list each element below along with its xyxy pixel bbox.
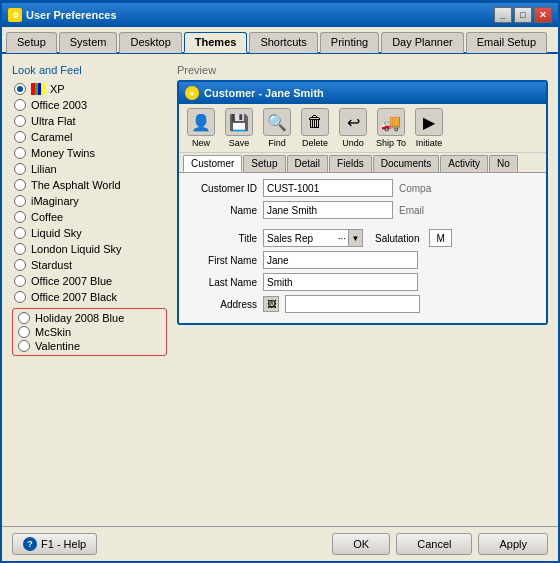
- toolbar-delete-label: Delete: [302, 138, 328, 148]
- tab-system[interactable]: System: [59, 32, 118, 53]
- radio-office2007blue[interactable]: [14, 275, 26, 287]
- theme-lilian-label: Lilian: [31, 163, 57, 175]
- tab-email-setup[interactable]: Email Setup: [466, 32, 547, 53]
- preview-title: Preview: [177, 64, 548, 76]
- theme-office2007blue[interactable]: Office 2007 Blue: [12, 274, 167, 288]
- theme-caramel[interactable]: Caramel: [12, 130, 167, 144]
- radio-lilian[interactable]: [14, 163, 26, 175]
- title-dots: ···: [336, 233, 348, 244]
- toolbar-find[interactable]: 🔍 Find: [261, 108, 293, 148]
- action-buttons: OK Cancel Apply: [332, 533, 548, 555]
- radio-office2007black[interactable]: [14, 291, 26, 303]
- minimize-button[interactable]: _: [494, 7, 512, 23]
- radio-londonliquidsky[interactable]: [14, 243, 26, 255]
- firstname-label: First Name: [185, 255, 257, 266]
- radio-valentine[interactable]: [18, 340, 30, 352]
- close-button[interactable]: ✕: [534, 7, 552, 23]
- address-icon[interactable]: 🖼: [263, 296, 279, 312]
- theme-valentine[interactable]: Valentine: [16, 339, 163, 353]
- preview-title-bar: ● Customer - Jane Smith: [179, 82, 546, 104]
- radio-imaginary[interactable]: [14, 195, 26, 207]
- toolbar-initiate[interactable]: ▶ Initiate: [413, 108, 445, 148]
- address-label: Address: [185, 299, 257, 310]
- radio-coffee[interactable]: [14, 211, 26, 223]
- toolbar-save[interactable]: 💾 Save: [223, 108, 255, 148]
- title-label: Title: [185, 233, 257, 244]
- lastname-input[interactable]: [263, 273, 418, 291]
- theme-londonliquidsky[interactable]: London Liquid Sky: [12, 242, 167, 256]
- address-row: Address 🖼: [185, 295, 540, 313]
- theme-office2003[interactable]: Office 2003: [12, 98, 167, 112]
- theme-coffee[interactable]: Coffee: [12, 210, 167, 224]
- radio-mcskin[interactable]: [18, 326, 30, 338]
- toolbar-new[interactable]: 👤 New: [185, 108, 217, 148]
- tab-bar: Setup System Desktop Themes Shortcuts Pr…: [2, 27, 558, 54]
- preview-tab-fields[interactable]: Fields: [329, 155, 372, 172]
- tab-shortcuts[interactable]: Shortcuts: [249, 32, 317, 53]
- help-button[interactable]: ? F1 - Help: [12, 533, 97, 555]
- cancel-button[interactable]: Cancel: [396, 533, 472, 555]
- theme-mcskin[interactable]: McSkin: [16, 325, 163, 339]
- theme-stardust[interactable]: Stardust: [12, 258, 167, 272]
- preview-tab-no[interactable]: No: [489, 155, 518, 172]
- radio-office2003[interactable]: [14, 99, 26, 111]
- toolbar-shipto[interactable]: 🚚 Ship To: [375, 108, 407, 148]
- salutation-label: Salutation: [375, 233, 419, 244]
- toolbar-shipto-label: Ship To: [376, 138, 406, 148]
- maximize-button[interactable]: □: [514, 7, 532, 23]
- theme-xp[interactable]: XP: [12, 82, 167, 96]
- look-feel-title: Look and Feel: [12, 64, 167, 76]
- theme-xp-label: XP: [50, 83, 65, 95]
- ok-button[interactable]: OK: [332, 533, 390, 555]
- preview-window-title: Customer - Jane Smith: [204, 87, 324, 99]
- radio-asphalt[interactable]: [14, 179, 26, 191]
- theme-ultraflat[interactable]: Ultra Flat: [12, 114, 167, 128]
- tab-setup[interactable]: Setup: [6, 32, 57, 53]
- preview-toolbar: 👤 New 💾 Save 🔍 Find 🗑: [179, 104, 546, 153]
- preview-tab-setup[interactable]: Setup: [243, 155, 285, 172]
- radio-ultraflat[interactable]: [14, 115, 26, 127]
- firstname-input[interactable]: [263, 251, 418, 269]
- theme-caramel-label: Caramel: [31, 131, 73, 143]
- apply-button[interactable]: Apply: [478, 533, 548, 555]
- toolbar-delete[interactable]: 🗑 Delete: [299, 108, 331, 148]
- preview-tab-activity[interactable]: Activity: [440, 155, 488, 172]
- preview-window-icon: ●: [185, 86, 199, 100]
- theme-ultraflat-label: Ultra Flat: [31, 115, 76, 127]
- preview-tab-customer[interactable]: Customer: [183, 155, 242, 172]
- address-input[interactable]: [285, 295, 420, 313]
- name-input[interactable]: [263, 201, 393, 219]
- theme-list: XP Office 2003 Ultra Flat Caramel: [12, 82, 167, 356]
- tab-desktop[interactable]: Desktop: [119, 32, 181, 53]
- title-select[interactable]: Sales Rep ··· ▼: [263, 229, 363, 247]
- tab-printing[interactable]: Printing: [320, 32, 379, 53]
- salutation-value[interactable]: M: [429, 229, 451, 247]
- radio-caramel[interactable]: [14, 131, 26, 143]
- main-window: ⚙ User Preferences _ □ ✕ Setup System De…: [0, 0, 560, 563]
- theme-holiday2008[interactable]: Holiday 2008 Blue: [16, 311, 163, 325]
- theme-moneytwins[interactable]: Money Twins: [12, 146, 167, 160]
- theme-liquidsky[interactable]: Liquid Sky: [12, 226, 167, 240]
- preview-tab-documents[interactable]: Documents: [373, 155, 440, 172]
- radio-moneytwins[interactable]: [14, 147, 26, 159]
- customer-id-input[interactable]: [263, 179, 393, 197]
- theme-imaginary[interactable]: iMaginary: [12, 194, 167, 208]
- toolbar-save-label: Save: [229, 138, 250, 148]
- preview-tab-detail[interactable]: Detail: [287, 155, 329, 172]
- theme-mcskin-label: McSkin: [35, 326, 71, 338]
- theme-lilian[interactable]: Lilian: [12, 162, 167, 176]
- theme-coffee-label: Coffee: [31, 211, 63, 223]
- radio-xp[interactable]: [14, 83, 26, 95]
- content-area: Look and Feel XP Office 2003 Ultra: [2, 54, 558, 526]
- toolbar-undo[interactable]: ↩ Undo: [337, 108, 369, 148]
- undo-icon: ↩: [339, 108, 367, 136]
- tab-themes[interactable]: Themes: [184, 32, 248, 53]
- radio-liquidsky[interactable]: [14, 227, 26, 239]
- title-dropdown-arrow[interactable]: ▼: [348, 230, 362, 246]
- radio-holiday2008[interactable]: [18, 312, 30, 324]
- theme-asphalt[interactable]: The Asphalt World: [12, 178, 167, 192]
- theme-office2007black[interactable]: Office 2007 Black: [12, 290, 167, 304]
- tab-day-planner[interactable]: Day Planner: [381, 32, 464, 53]
- email-extra: Email: [399, 205, 424, 216]
- radio-stardust[interactable]: [14, 259, 26, 271]
